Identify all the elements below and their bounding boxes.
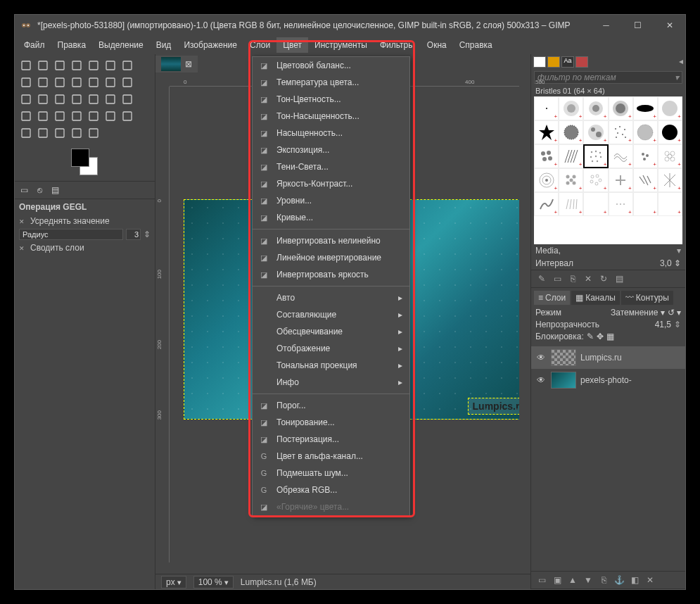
tab-каналы[interactable]: ▦Каналы [571,291,620,305]
tool-align[interactable] [34,57,51,74]
mode-selector[interactable]: Затемнение ▾ [564,308,665,317]
menuitem-экспозиция-[interactable]: ◪Экспозиция... [253,141,409,158]
radius-field[interactable] [19,229,123,240]
tool-measure[interactable] [85,74,102,91]
tab-history[interactable] [575,56,588,68]
menuitem-тональная-проекция[interactable]: Тональная проекция▸ [253,357,409,374]
mask-layer-icon[interactable]: ◧ [628,574,641,586]
menuitem-цвет-в-альфа-канал-[interactable]: GЦвет в альфа-канал... [253,448,409,465]
tool-ellipse-sel[interactable] [68,57,85,74]
brush-item[interactable]: + [633,192,658,216]
menu-слой[interactable]: Слой [243,37,276,53]
menuitem-линейное-инвертирование[interactable]: ◪Линейное инвертирование [253,249,409,266]
tab-device[interactable]: ⎋ [32,183,47,197]
menuitem-тонирование-[interactable]: ◪Тонирование... [253,414,409,431]
menuitem-тон-насыщенность-[interactable]: ◪Тон-Насыщенность... [253,108,409,125]
tool-fg-sel[interactable] [34,74,51,91]
menu-справка[interactable]: Справка [453,37,499,53]
visibility-icon[interactable]: 👁 [535,353,547,363]
tool-crop[interactable] [119,74,136,91]
tool-paths[interactable] [51,74,68,91]
tool-gradient[interactable] [51,108,68,125]
tool-scissors[interactable] [18,74,34,91]
brush-item[interactable]: + [609,168,633,192]
brush-item[interactable]: + [559,120,583,144]
brush-item[interactable]: + [658,96,682,120]
menu-окна[interactable]: Окна [421,37,453,53]
menuitem-отображение[interactable]: Отображение▸ [253,340,409,357]
tab-контуры[interactable]: 〰Контуры [621,291,673,305]
radius-value[interactable]: 3 [126,229,141,240]
minimize-button[interactable]: ─ [590,15,622,36]
dock-menu-icon[interactable]: ◂ [679,56,683,68]
layer-up-icon[interactable]: ▲ [566,574,579,586]
menu-фильтры[interactable]: Фильтры [374,37,421,53]
opacity-value[interactable]: 41,5 [655,320,671,329]
brush-item[interactable]: + [633,120,658,144]
refresh-brush-icon[interactable]: ↻ [597,273,610,284]
menu-правка[interactable]: Правка [51,37,93,53]
brush-filter[interactable]: фильтр по меткам▾ [534,71,682,84]
tool-smudge[interactable] [68,125,85,141]
mode-reset-icon[interactable]: ↺ ▾ [668,308,681,317]
menuitem-составляющие[interactable]: Составляющие▸ [253,306,409,323]
brush-item[interactable]: + [633,96,658,120]
brush-item[interactable]: + [583,96,608,120]
tool-pencil[interactable] [68,108,85,125]
tool-eraser[interactable] [102,108,119,125]
fg-bg-swatch[interactable] [71,149,99,177]
brush-item[interactable]: + [583,120,608,144]
menu-выделение[interactable]: Выделение [92,37,150,53]
ruler-vertical[interactable]: 0100200300 [155,87,170,562]
brush-item[interactable]: + [633,168,658,192]
new-brush-icon[interactable]: ▭ [551,273,564,284]
close-button[interactable]: ✕ [654,15,685,36]
brush-item[interactable]: + [583,192,608,216]
tab-close-icon[interactable]: ⊠ [185,59,192,69]
menu-изображение[interactable]: Изображение [177,37,243,53]
menuitem-цветовой-баланс-[interactable]: ◪Цветовой баланс... [253,57,409,74]
brush-item[interactable]: + [559,168,583,192]
menuitem-инвертировать-яркость[interactable]: ◪Инвертировать яркость [253,266,409,283]
brush-item[interactable]: + [609,120,633,144]
menuitem-подмешать-шум-[interactable]: GПодмешать шум... [253,465,409,482]
tab-patterns[interactable] [547,56,560,68]
menuitem-уровни-[interactable]: ◪Уровни... [253,192,409,209]
tab-fonts[interactable]: Aa [561,56,574,68]
tool-ink[interactable] [18,125,34,141]
brush-item[interactable]: + [559,96,583,120]
tool-warp[interactable] [119,91,136,108]
brush-item[interactable]: + [658,144,682,168]
image-tab[interactable]: ⊠ [155,56,198,73]
brush-item[interactable]: + [609,192,633,216]
del-brush-icon[interactable]: ✕ [582,273,594,284]
tool-fuzzy-sel[interactable] [102,57,119,74]
menu-вид[interactable]: Вид [150,37,178,53]
tab-tool-options[interactable]: ▭ [16,183,32,197]
menuitem-тени-света-[interactable]: ◪Тени-Света... [253,158,409,175]
edit-brush-icon[interactable]: ✎ [535,273,548,284]
flatten-checkbox[interactable] [19,243,27,253]
maximize-button[interactable]: ☐ [622,15,654,36]
tool-rotate[interactable] [18,91,34,108]
interval-value[interactable]: 3,0 [660,258,672,268]
menu-файл[interactable]: Файл [18,37,51,53]
merge-layer-icon[interactable]: ⚓ [613,574,625,586]
tool-flip[interactable] [85,91,102,108]
tool-bucket[interactable] [34,108,51,125]
dup-layer-icon[interactable]: ⎘ [597,574,610,586]
new-layer-icon[interactable]: ▭ [535,574,548,586]
unit-selector[interactable]: px ▾ [161,576,186,589]
tab-слои[interactable]: ≡Слои [534,291,570,305]
menuitem-порог-[interactable]: ◪Порог... [253,397,409,414]
layer-down-icon[interactable]: ▼ [582,574,594,586]
menuitem-яркость-контраст-[interactable]: ◪Яркость-Контраст... [253,175,409,192]
menuitem-постеризация-[interactable]: ◪Постеризация... [253,431,409,448]
menuitem-кривые-[interactable]: ◪Кривые... [253,209,409,226]
lock-position-icon[interactable]: ✥ [597,332,604,341]
tool-color-sel[interactable] [119,57,136,74]
menuitem-авто[interactable]: Авто▸ [253,289,409,306]
visibility-icon[interactable]: 👁 [535,375,547,385]
watermark-selection[interactable]: Lumpics.ru [468,398,519,415]
menuitem-инфо[interactable]: Инфо▸ [253,374,409,391]
